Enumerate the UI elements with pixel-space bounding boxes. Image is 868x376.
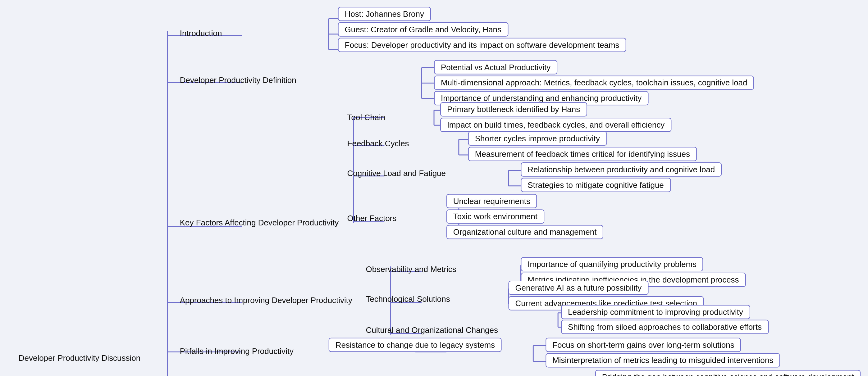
pf1-node: Focus on short-term gains over long-term… [546,338,741,352]
fc1-node: Shorter cycles improve productivity [468,131,607,146]
fc2-node: Measurement of feedback times critical f… [468,147,697,161]
of1-node: Unclear requirements [446,194,537,208]
pf-legacy-node: Resistance to change due to legacy syste… [329,338,502,352]
intro-focus-node: Focus: Developer productivity and its im… [338,38,626,52]
tc1-node: Primary bottleneck identified by Hans [440,102,587,116]
pf2-node: Misinterpretation of metrics leading to … [546,353,780,368]
om1-node: Importance of quantifying productivity p… [521,257,703,271]
intro-host-node: Host: Johannes Brony [338,7,431,21]
key-factors-node: Key Factors Affecting Developer Producti… [180,217,339,229]
of3-node: Organizational culture and management [446,225,603,239]
obs-metrics-node: Observability and Metrics [366,263,456,275]
introduction-node: Introduction [180,27,222,39]
cl2-node: Strategies to mitigate cognitive fatigue [521,178,671,192]
cultural-org-node: Cultural and Organizational Changes [366,324,498,336]
feedback-cycles-node: Feedback Cycles [347,138,409,149]
other-factors-node: Other Factors [347,213,397,225]
mindmap-container: .edge { stroke: #7070cc; stroke-width: 1… [0,0,868,376]
pitfalls-node: Pitfalls in Improving Productivity [180,345,293,357]
cog-load-node: Cognitive Load and Fatigue [347,167,446,179]
toolchain-node: Tool Chain [347,111,385,123]
of2-node: Toxic work environment [446,210,544,224]
tech-solutions-node: Technological Solutions [366,293,450,305]
ts1-node: Generative AI as a future possibility [508,281,648,295]
fut1-node: Bridging the gap between cognitive scien… [595,370,861,376]
root-node: Developer Productivity Discussion [19,352,141,364]
intro-guest-node: Guest: Creator of Gradle and Velocity, H… [338,22,508,37]
def2-node: Multi-dimensional approach: Metrics, fee… [434,75,754,90]
approaches-node: Approaches to Improving Developer Produc… [180,294,352,306]
dev-prod-def-node: Developer Productivity Definition [180,74,297,86]
tc2-node: Impact on build times, feedback cycles, … [440,118,671,132]
cl1-node: Relationship between productivity and co… [521,162,722,177]
def1-node: Potential vs Actual Productivity [434,60,557,74]
co2-node: Shifting from siloed approaches to colla… [561,320,769,334]
co1-node: Leadership commitment to improving produ… [561,305,750,319]
